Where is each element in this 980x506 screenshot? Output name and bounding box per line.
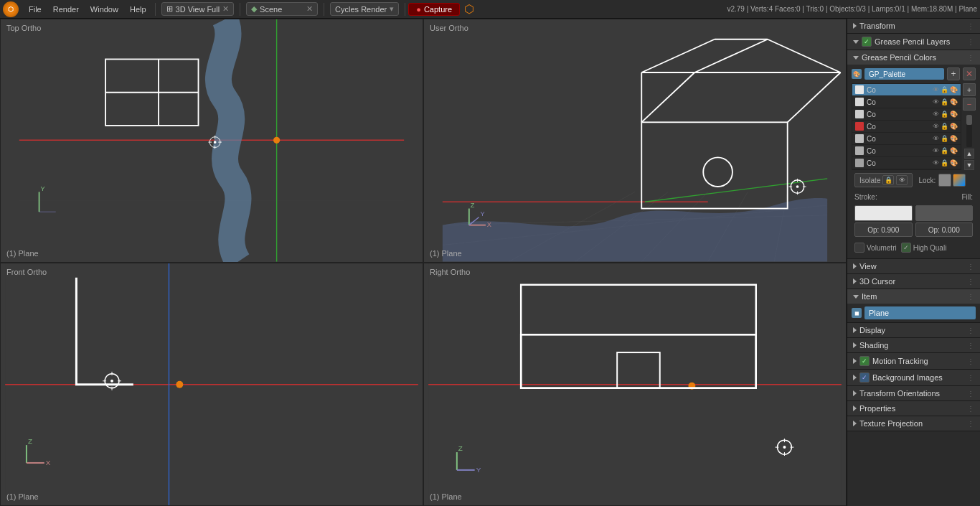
viewport-top-left[interactable]: Top Ortho bbox=[0, 19, 423, 263]
lock-icon-2[interactable]: 🔒 bbox=[941, 111, 948, 118]
palette-name-input[interactable]: GP_Palette bbox=[864, 68, 944, 80]
transform-header[interactable]: Transform ⋮ bbox=[847, 19, 980, 33]
color-item-1[interactable]: Co 👁 🔒 🎨 bbox=[852, 96, 961, 108]
palette-icon-3[interactable]: 🎨 bbox=[950, 123, 958, 130]
svg-point-83 bbox=[783, 446, 786, 449]
cursor-header[interactable]: 3D Cursor ⋮ bbox=[847, 274, 980, 289]
viewport-bottom-right[interactable]: Right Ortho bbox=[423, 263, 847, 507]
background-images-header[interactable]: ✓ Background Images ⋮ bbox=[847, 370, 980, 385]
palette-icon-5[interactable]: 🎨 bbox=[950, 147, 958, 154]
item-name-input[interactable]: Plane bbox=[864, 306, 976, 319]
volumetric-checkbox[interactable] bbox=[854, 243, 864, 253]
eye-icon-6[interactable]: 👁 bbox=[933, 159, 939, 167]
motion-tracking-cb-wrapper: ✓ Motion Tracking bbox=[859, 356, 928, 366]
shading-header[interactable]: Shading ⋮ bbox=[847, 338, 980, 352]
gp-layers-label: Grease Pencil Layers bbox=[875, 37, 950, 46]
item-name-text: Plane bbox=[869, 309, 889, 317]
fill-color-box[interactable] bbox=[915, 205, 974, 221]
color-scrollbar[interactable] bbox=[966, 115, 972, 147]
eye-icon-4[interactable]: 👁 bbox=[933, 135, 939, 142]
lock-icon-3[interactable]: 🔒 bbox=[941, 123, 948, 130]
viewport-top-right-label: User Ortho bbox=[430, 24, 468, 32]
volumetric-cb-item[interactable]: Volumetri bbox=[854, 243, 897, 253]
viewport-bottom-left-svg: Z X bbox=[1, 263, 423, 506]
palette-icon-1[interactable]: 🎨 bbox=[950, 98, 958, 106]
menu-render[interactable]: Render bbox=[47, 4, 85, 15]
eye-icon-5[interactable]: 👁 bbox=[933, 147, 939, 154]
menu-help[interactable]: Help bbox=[124, 4, 152, 15]
high-quality-cb-item[interactable]: ✓ High Quali bbox=[901, 243, 947, 253]
item-header[interactable]: Item ⋮ bbox=[847, 289, 980, 304]
lock-color-btn-gradient[interactable] bbox=[953, 174, 966, 187]
color-label-3: Co bbox=[867, 123, 930, 131]
properties-header[interactable]: Properties ⋮ bbox=[847, 401, 980, 416]
eye-icon-1[interactable]: 👁 bbox=[933, 98, 939, 106]
background-images-label: Background Images bbox=[872, 373, 943, 382]
palette-icon-4[interactable]: 🎨 bbox=[950, 135, 958, 142]
color-item-2[interactable]: Co 👁 🔒 🎨 bbox=[852, 108, 961, 121]
eye-icon-2[interactable]: 👁 bbox=[933, 111, 939, 118]
gp-layers-checkbox[interactable]: ✓ bbox=[862, 37, 872, 47]
stroke-color-box[interactable] bbox=[854, 205, 913, 221]
workspace-label: 3D View Full bbox=[176, 5, 220, 14]
scene-selector[interactable]: ◆ Scene ✕ bbox=[246, 2, 318, 16]
motion-tracking-checkbox[interactable]: ✓ bbox=[859, 356, 870, 366]
color-item-3[interactable]: Co 👁 🔒 🎨 bbox=[852, 121, 961, 133]
viewport-top-left-label: Top Ortho bbox=[6, 24, 41, 32]
menu-window[interactable]: Window bbox=[85, 4, 124, 15]
lock-icon-1[interactable]: 🔒 bbox=[941, 98, 948, 106]
stroke-opacity-field[interactable]: Op: 0.900 bbox=[854, 222, 913, 237]
color-item-0[interactable]: Co 👁 🔒 🎨 bbox=[852, 84, 961, 96]
render-engine-selector[interactable]: Cycles Render ▾ bbox=[330, 2, 399, 16]
lock-icon-6[interactable]: 🔒 bbox=[941, 159, 948, 167]
workspace-close-icon[interactable]: ✕ bbox=[222, 4, 229, 14]
color-swatch-1 bbox=[855, 98, 864, 106]
isolate-button[interactable]: Isolate 🔒 👁 bbox=[854, 173, 913, 187]
color-item-5[interactable]: Co 👁 🔒 🎨 bbox=[852, 145, 961, 157]
eye-icon-0[interactable]: 👁 bbox=[933, 86, 939, 93]
color-label-4: Co bbox=[867, 135, 930, 143]
capture-button[interactable]: ● Capture bbox=[408, 3, 460, 16]
color-item-4[interactable]: Co 👁 🔒 🎨 bbox=[852, 133, 961, 145]
palette-icon-0[interactable]: 🎨 bbox=[950, 86, 958, 93]
color-down-btn[interactable]: ▼ bbox=[964, 160, 974, 170]
display-header[interactable]: Display ⋮ bbox=[847, 323, 980, 337]
color-item-6[interactable]: Co 👁 🔒 🎨 bbox=[852, 157, 961, 169]
lock-color-btn-gray[interactable] bbox=[938, 174, 951, 187]
separator-3 bbox=[324, 3, 324, 16]
color-add-btn[interactable]: + bbox=[963, 83, 976, 96]
lock-icon-4[interactable]: 🔒 bbox=[941, 135, 948, 142]
viewport-top-right[interactable]: User Ortho bbox=[423, 19, 847, 263]
fill-opacity-field[interactable]: Op: 0.000 bbox=[915, 222, 974, 237]
background-images-checkbox[interactable]: ✓ bbox=[859, 373, 870, 383]
color-remove-btn[interactable]: − bbox=[963, 98, 976, 111]
motion-tracking-header[interactable]: ✓ Motion Tracking ⋮ bbox=[847, 353, 980, 369]
view-header[interactable]: View ⋮ bbox=[847, 259, 980, 273]
scene-close-icon[interactable]: ✕ bbox=[306, 4, 313, 14]
color-up-btn[interactable]: ▲ bbox=[964, 149, 974, 159]
isolate-eye-box[interactable]: 👁 bbox=[896, 175, 908, 185]
viewport-bottom-left[interactable]: Front Ortho bbox=[0, 263, 423, 507]
lock-icon-5[interactable]: 🔒 bbox=[941, 147, 948, 154]
high-quality-check-icon: ✓ bbox=[903, 244, 909, 251]
palette-add-btn[interactable]: + bbox=[947, 67, 960, 80]
menu-file[interactable]: File bbox=[23, 4, 47, 15]
texture-projection-header[interactable]: Texture Projection ⋮ bbox=[847, 416, 980, 431]
palette-icon-2[interactable]: 🎨 bbox=[950, 111, 958, 118]
eye-icon-3[interactable]: 👁 bbox=[933, 123, 939, 130]
high-quality-checkbox[interactable]: ✓ bbox=[901, 243, 911, 253]
engine-label: Cycles Render bbox=[335, 5, 387, 14]
gp-layers-header[interactable]: ✓ Grease Pencil Layers ⋮ bbox=[847, 34, 980, 50]
gp-colors-header[interactable]: Grease Pencil Colors ⋮ bbox=[847, 50, 980, 65]
palette-remove-btn[interactable]: ✕ bbox=[963, 67, 976, 80]
properties-section: Properties ⋮ bbox=[847, 401, 980, 416]
lock-icon-0[interactable]: 🔒 bbox=[941, 86, 948, 93]
workspace-grid-icon: ⊞ bbox=[166, 4, 173, 14]
palette-icon-6[interactable]: 🎨 bbox=[950, 159, 958, 167]
transform-orientations-header[interactable]: Transform Orientations ⋮ bbox=[847, 386, 980, 400]
blender-logo: ⬡ bbox=[3, 1, 19, 17]
isolate-icon-box[interactable]: 🔒 bbox=[882, 175, 894, 185]
svg-text:Y: Y bbox=[481, 210, 485, 217]
viewport-bottom-left-label: Front Ortho bbox=[6, 268, 47, 276]
workspace-selector[interactable]: ⊞ 3D View Full ✕ bbox=[161, 2, 235, 16]
